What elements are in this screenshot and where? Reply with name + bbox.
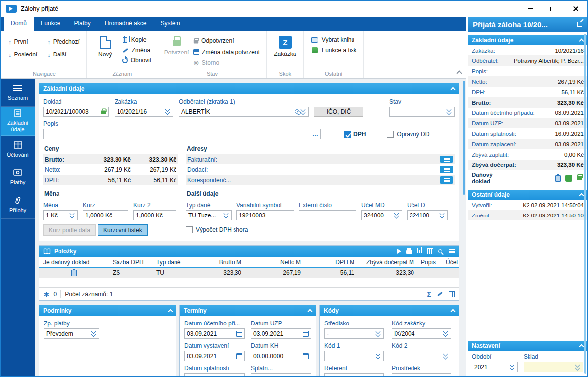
previous-button[interactable]: ↑Předchozí: [45, 37, 82, 47]
stav-select[interactable]: [389, 107, 455, 117]
collapse-chevron-icon[interactable]: [579, 39, 584, 44]
prostredek-select[interactable]: [392, 373, 451, 376]
scrollbar-thumb[interactable]: [463, 81, 465, 195]
calendar-icon[interactable]: [236, 353, 242, 359]
table-settings-icon[interactable]: [449, 291, 455, 297]
tab-system[interactable]: Systém: [153, 17, 187, 31]
ucet-md-select[interactable]: 324000: [361, 210, 402, 220]
ribbon-collapse-chevron[interactable]: [456, 70, 462, 76]
calendar-icon[interactable]: [236, 376, 242, 377]
tab-funkce[interactable]: Funkce: [34, 17, 67, 31]
popis-field[interactable]: …: [43, 129, 321, 139]
kod-zakazky-select[interactable]: IX/2004: [392, 328, 451, 339]
next-button[interactable]: ↓Další: [45, 50, 82, 59]
datum-vystaveni-field[interactable]: 03.09.2021: [184, 351, 245, 361]
more-icon[interactable]: …: [312, 131, 318, 138]
mena-select[interactable]: 1 Kč: [43, 210, 78, 220]
expand-icon[interactable]: [577, 22, 582, 27]
opravny-dd-checkbox[interactable]: [387, 131, 394, 138]
calendar-icon[interactable]: [303, 353, 309, 359]
sklad-select[interactable]: [524, 362, 583, 372]
collapse-chevron-icon[interactable]: [168, 309, 173, 314]
magnifier-icon[interactable]: [438, 249, 442, 253]
refresh-button[interactable]: Obnovit: [119, 56, 154, 65]
unconfirm-button[interactable]: Odpotvrzení: [191, 35, 262, 46]
stredisko-select[interactable]: -: [324, 328, 384, 339]
vypocet-dph-checkbox[interactable]: [186, 226, 193, 233]
preview-scrollbar[interactable]: [584, 34, 587, 374]
last-button[interactable]: ↓Poslední: [6, 50, 40, 59]
dph-checkbox-group[interactable]: DPH: [344, 131, 366, 138]
kod1-select[interactable]: [324, 351, 384, 361]
table-row[interactable]: ZS TU 323,30 267,19 56,11 323,30: [39, 268, 459, 278]
col-dph-m[interactable]: DPH M: [305, 259, 358, 266]
kod2-select[interactable]: [392, 351, 451, 361]
opravny-dd-checkbox-group[interactable]: Opravný DD: [387, 131, 429, 138]
printer-icon[interactable]: [406, 250, 412, 254]
calendar-icon[interactable]: [236, 331, 242, 337]
kurz2-field[interactable]: 1,0000 Kč: [133, 210, 176, 220]
datum-uzp-field[interactable]: 03.09.2021: [251, 328, 311, 339]
zakazka-field[interactable]: 10/2021/16: [115, 107, 173, 117]
zp-platby-select[interactable]: Převodem: [44, 328, 99, 339]
tab-hromadne-akce[interactable]: Hromadné akce: [98, 17, 154, 31]
sum-icon[interactable]: Σ: [427, 290, 431, 298]
datum-splatnosti-field[interactable]: [184, 373, 245, 376]
splatnost-field[interactable]: [251, 373, 311, 376]
dph-checkbox[interactable]: [344, 131, 351, 138]
sidebar-item-zakladni-udaje[interactable]: Základní údaje: [1, 107, 35, 136]
dodaci-address-menu-button[interactable]: [440, 166, 453, 173]
col-zbyva-docerpat-m[interactable]: Zbývá dočerpat M: [358, 259, 418, 266]
tab-domu[interactable]: Domů: [4, 17, 34, 31]
obdobi-select[interactable]: 2021: [472, 362, 518, 372]
tax-document-icon[interactable]: [555, 175, 561, 182]
datum-kh-field[interactable]: 00.00.0000: [251, 351, 311, 361]
select-book-button[interactable]: Vybrat knihu: [308, 35, 359, 44]
ucet-d-select[interactable]: 324100: [407, 210, 448, 220]
col-typ-dane[interactable]: Typ daně: [152, 259, 187, 266]
fakturacni-address-menu-button[interactable]: [440, 156, 453, 163]
sidebar-item-prilohy[interactable]: Přílohy: [1, 191, 35, 219]
externi-cislo-field[interactable]: [299, 210, 356, 220]
grid-menu-icon[interactable]: [449, 249, 455, 253]
maximize-button[interactable]: [541, 1, 564, 17]
col-je-danovy-doklad[interactable]: Je daňový doklad: [39, 259, 109, 266]
first-button[interactable]: ↑První: [6, 37, 40, 47]
zakazka-jump-button[interactable]: ZZakázka: [271, 32, 299, 57]
col-ucet[interactable]: Účet: [443, 259, 459, 266]
edit-button[interactable]: Změna: [119, 46, 154, 54]
columns-icon[interactable]: [427, 248, 433, 254]
main-scrollbar[interactable]: [462, 79, 466, 376]
sidebar-item-seznam[interactable]: Seznam: [1, 79, 35, 107]
calendar-icon[interactable]: [303, 331, 309, 337]
collapse-chevron-icon[interactable]: [579, 344, 584, 349]
edit-icon[interactable]: [437, 292, 442, 296]
col-popis[interactable]: Popis: [418, 259, 443, 266]
referent-select[interactable]: [324, 373, 384, 376]
partner-link-icon[interactable]: [295, 109, 299, 114]
korespondencni-address-menu-button[interactable]: [440, 176, 453, 184]
close-button[interactable]: [564, 1, 587, 17]
new-button[interactable]: Nový: [91, 32, 119, 58]
variabilni-symbol-field[interactable]: 19210003: [236, 210, 294, 220]
scrollbar-thumb[interactable]: [584, 34, 586, 374]
doklad-field[interactable]: 10/2021/100003: [43, 107, 109, 117]
kurzovni-listek-button[interactable]: Kurzovní lístek: [98, 224, 148, 236]
chart-icon[interactable]: [419, 250, 420, 253]
collapse-chevron-icon[interactable]: [308, 309, 313, 314]
datum-ucetniho-field[interactable]: 03.09.2021: [184, 328, 245, 339]
typ-dane-select[interactable]: TU Tuze...: [186, 210, 232, 220]
change-confirm-date-button[interactable]: Změna data potvrzení: [191, 48, 262, 56]
minimize-button[interactable]: [519, 1, 541, 17]
ico-dic-button[interactable]: IČO, DIČ: [314, 107, 363, 117]
col-netto-m[interactable]: Netto M: [245, 259, 305, 266]
play-icon[interactable]: [397, 249, 401, 254]
collapse-chevron-icon[interactable]: [579, 193, 584, 198]
sidebar-item-platby[interactable]: Platby: [1, 163, 35, 191]
tab-platby[interactable]: Platby: [67, 17, 97, 31]
odberatel-field[interactable]: ALBERTÍK: [179, 107, 309, 117]
sidebar-item-uctovani[interactable]: Účtování: [1, 136, 35, 163]
vypocet-dph-checkbox-group[interactable]: Výpočet DPH shora: [186, 226, 455, 233]
col-sazba-dph[interactable]: Sazba DPH: [109, 259, 152, 266]
collapse-chevron-icon[interactable]: [451, 309, 456, 314]
